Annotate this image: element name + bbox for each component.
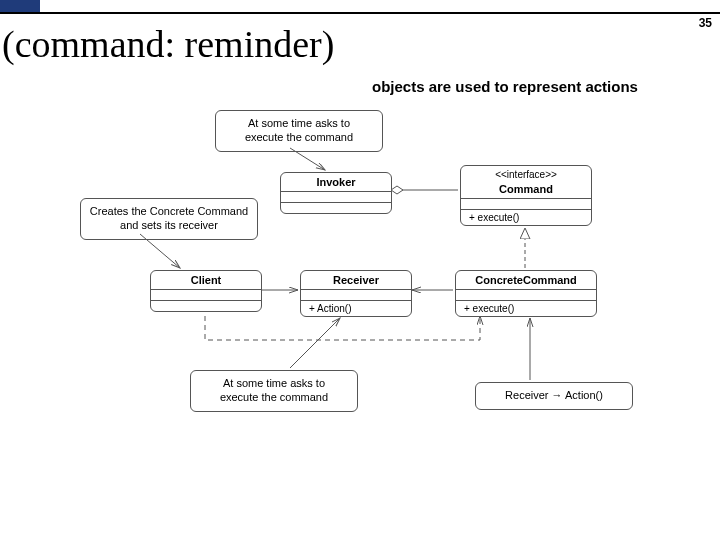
class-name: Command [461,180,591,199]
class-ops: + execute() [456,301,596,316]
note-bottom: At some time asks toexecute the command [190,370,358,412]
slide-title: (command: reminder) [2,22,334,66]
class-client: Client [150,270,262,312]
class-name: Client [151,271,261,290]
class-attrs [151,290,261,301]
note-left: Creates the Concrete Commandand sets its… [80,198,258,240]
class-ops [281,203,391,213]
slide-subtitle: objects are used to represent actions [372,78,638,95]
class-attrs [461,199,591,210]
slide: 35 (command: reminder) objects are used … [0,0,720,540]
note-top: At some time asks toexecute the command [215,110,383,152]
class-name: Receiver [301,271,411,290]
stereotype: <<interface>> [461,166,591,180]
note-right: Receiver → Action() [475,382,633,410]
page-number: 35 [699,16,712,30]
class-name: Invoker [281,173,391,192]
class-concrete-command: ConcreteCommand + execute() [455,270,597,317]
class-ops: + Action() [301,301,411,316]
class-receiver: Receiver + Action() [300,270,412,317]
class-ops [151,301,261,311]
top-rule [0,12,720,14]
class-attrs [301,290,411,301]
uml-diagram: At some time asks toexecute the command … [80,110,640,460]
class-command: <<interface>> Command + execute() [460,165,592,226]
accent-bar [0,0,40,12]
class-attrs [281,192,391,203]
class-invoker: Invoker [280,172,392,214]
class-name: ConcreteCommand [456,271,596,290]
class-ops: + execute() [461,210,591,225]
class-attrs [456,290,596,301]
svg-line-6 [290,318,340,368]
